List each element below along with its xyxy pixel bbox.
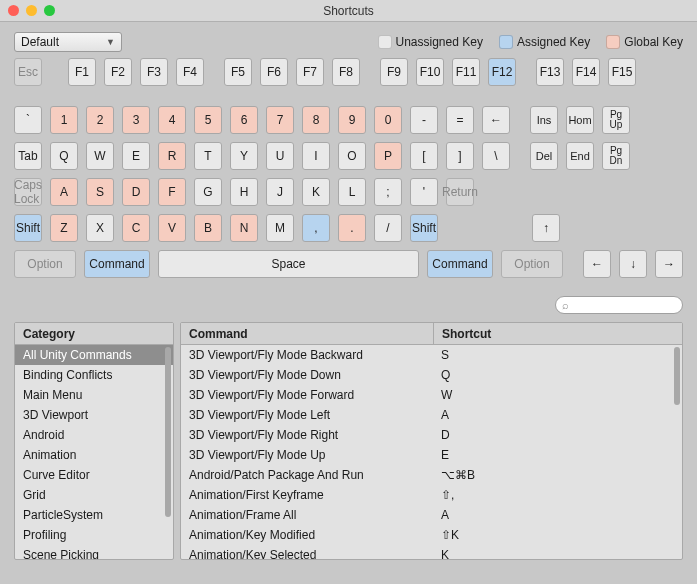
key-8[interactable]: 8 <box>302 106 330 134</box>
key--[interactable]: ↑ <box>532 214 560 242</box>
command-row[interactable]: 3D Viewport/Fly Mode LeftA <box>181 405 682 425</box>
key-w[interactable]: W <box>86 142 114 170</box>
key-f14[interactable]: F14 <box>572 58 600 86</box>
key-v[interactable]: V <box>158 214 186 242</box>
command-row[interactable]: 3D Viewport/Fly Mode UpE <box>181 445 682 465</box>
command-row[interactable]: 3D Viewport/Fly Mode ForwardW <box>181 385 682 405</box>
key--[interactable]: ← <box>482 106 510 134</box>
key-hom[interactable]: Hom <box>566 106 594 134</box>
category-item[interactable]: Profiling <box>15 525 173 545</box>
category-item[interactable]: All Unity Commands <box>15 345 173 365</box>
category-item[interactable]: 3D Viewport <box>15 405 173 425</box>
key-f2[interactable]: F2 <box>104 58 132 86</box>
key-0[interactable]: 0 <box>374 106 402 134</box>
key-q[interactable]: Q <box>50 142 78 170</box>
key-tab[interactable]: Tab <box>14 142 42 170</box>
key--[interactable]: ` <box>14 106 42 134</box>
key-ins[interactable]: Ins <box>530 106 558 134</box>
scrollbar[interactable] <box>165 347 171 517</box>
key-f10[interactable]: F10 <box>416 58 444 86</box>
key-t[interactable]: T <box>194 142 222 170</box>
category-item[interactable]: Android <box>15 425 173 445</box>
key-z[interactable]: Z <box>50 214 78 242</box>
key-2[interactable]: 2 <box>86 106 114 134</box>
category-item[interactable]: Curve Editor <box>15 465 173 485</box>
key-pgdn[interactable]: PgDn <box>602 142 630 170</box>
key-n[interactable]: N <box>230 214 258 242</box>
key--[interactable]: , <box>302 214 330 242</box>
key--[interactable]: . <box>338 214 366 242</box>
search-input[interactable]: ⌕ <box>555 296 683 314</box>
key--[interactable]: ↓ <box>619 250 647 278</box>
command-list[interactable]: 3D Viewport/Fly Mode BackwardS3D Viewpor… <box>181 345 682 559</box>
key-f3[interactable]: F3 <box>140 58 168 86</box>
key-return[interactable]: Return <box>446 178 474 206</box>
zoom-window-button[interactable] <box>44 5 55 16</box>
key-k[interactable]: K <box>302 178 330 206</box>
profile-dropdown[interactable]: Default ▼ <box>14 32 122 52</box>
key-f5[interactable]: F5 <box>224 58 252 86</box>
key-command[interactable]: Command <box>84 250 150 278</box>
key-shift[interactable]: Shift <box>14 214 42 242</box>
key-f4[interactable]: F4 <box>176 58 204 86</box>
key-esc[interactable]: Esc <box>14 58 42 86</box>
key-f1[interactable]: F1 <box>68 58 96 86</box>
key-option[interactable]: Option <box>14 250 76 278</box>
key-f6[interactable]: F6 <box>260 58 288 86</box>
key-e[interactable]: E <box>122 142 150 170</box>
key-h[interactable]: H <box>230 178 258 206</box>
key-a[interactable]: A <box>50 178 78 206</box>
key-5[interactable]: 5 <box>194 106 222 134</box>
key-d[interactable]: D <box>122 178 150 206</box>
key-caps-lock[interactable]: Caps Lock <box>14 178 42 206</box>
key--[interactable]: → <box>655 250 683 278</box>
key-y[interactable]: Y <box>230 142 258 170</box>
category-item[interactable]: Animation <box>15 445 173 465</box>
key--[interactable]: / <box>374 214 402 242</box>
category-list[interactable]: All Unity CommandsBinding ConflictsMain … <box>15 345 173 559</box>
command-row[interactable]: Animation/Key SelectedK <box>181 545 682 559</box>
key-c[interactable]: C <box>122 214 150 242</box>
category-item[interactable]: Binding Conflicts <box>15 365 173 385</box>
key-f13[interactable]: F13 <box>536 58 564 86</box>
category-item[interactable]: Scene Picking <box>15 545 173 559</box>
key-4[interactable]: 4 <box>158 106 186 134</box>
key-6[interactable]: 6 <box>230 106 258 134</box>
key-7[interactable]: 7 <box>266 106 294 134</box>
command-row[interactable]: 3D Viewport/Fly Mode BackwardS <box>181 345 682 365</box>
key--[interactable]: ; <box>374 178 402 206</box>
key-x[interactable]: X <box>86 214 114 242</box>
command-row[interactable]: Android/Patch Package And Run⌥⌘B <box>181 465 682 485</box>
key-f12[interactable]: F12 <box>488 58 516 86</box>
key-1[interactable]: 1 <box>50 106 78 134</box>
key-p[interactable]: P <box>374 142 402 170</box>
key-o[interactable]: O <box>338 142 366 170</box>
key--[interactable]: ' <box>410 178 438 206</box>
key-space[interactable]: Space <box>158 250 419 278</box>
key-i[interactable]: I <box>302 142 330 170</box>
key-f15[interactable]: F15 <box>608 58 636 86</box>
command-row[interactable]: Animation/Frame AllA <box>181 505 682 525</box>
key-command[interactable]: Command <box>427 250 493 278</box>
key-pgup[interactable]: PgUp <box>602 106 630 134</box>
key-f9[interactable]: F9 <box>380 58 408 86</box>
key--[interactable]: = <box>446 106 474 134</box>
key-l[interactable]: L <box>338 178 366 206</box>
key-r[interactable]: R <box>158 142 186 170</box>
command-row[interactable]: Animation/Key Modified⇧K <box>181 525 682 545</box>
key-g[interactable]: G <box>194 178 222 206</box>
command-row[interactable]: 3D Viewport/Fly Mode DownQ <box>181 365 682 385</box>
minimize-window-button[interactable] <box>26 5 37 16</box>
key-option[interactable]: Option <box>501 250 563 278</box>
key--[interactable]: - <box>410 106 438 134</box>
scrollbar[interactable] <box>674 347 680 405</box>
key-end[interactable]: End <box>566 142 594 170</box>
category-item[interactable]: Grid <box>15 485 173 505</box>
key-s[interactable]: S <box>86 178 114 206</box>
key--[interactable]: \ <box>482 142 510 170</box>
key--[interactable]: [ <box>410 142 438 170</box>
command-row[interactable]: Animation/First Keyframe⇧, <box>181 485 682 505</box>
category-item[interactable]: ParticleSystem <box>15 505 173 525</box>
key-del[interactable]: Del <box>530 142 558 170</box>
key-f7[interactable]: F7 <box>296 58 324 86</box>
